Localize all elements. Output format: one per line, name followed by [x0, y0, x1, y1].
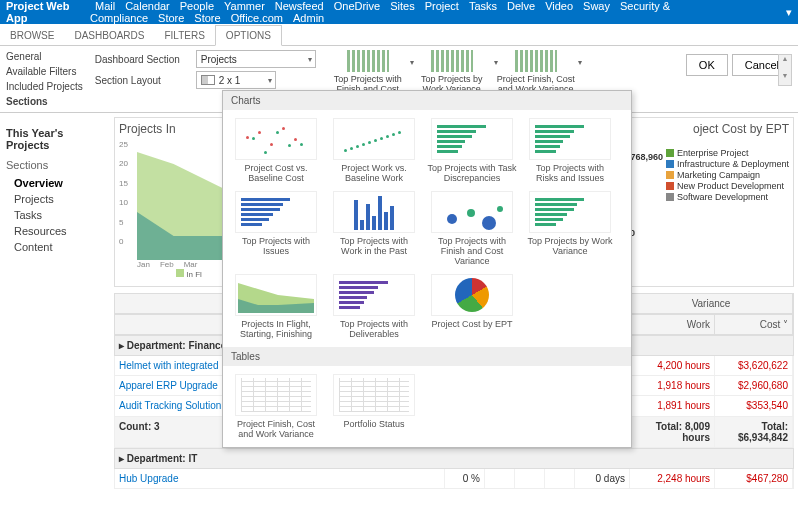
project-link[interactable]: Apparel ERP Upgrade — [119, 380, 218, 391]
picker-chart-option[interactable]: Projects In Flight, Starting, Finishing — [229, 272, 323, 341]
picker-chart-option[interactable]: Top Projects with Risks and Issues — [523, 116, 617, 185]
legend-item: Infrastructure & Deployment — [666, 159, 789, 169]
suite-nav: Project Web App MailCalendarPeopleYammer… — [0, 0, 798, 24]
picker-chart-option[interactable]: Top Projects by Work Variance — [523, 189, 617, 268]
nav-sites[interactable]: Sites — [390, 0, 414, 12]
sidebar-item-content[interactable]: Content — [6, 239, 104, 255]
dropdown-caret-icon[interactable]: ▾ — [786, 6, 792, 19]
nav-delve[interactable]: Delve — [507, 0, 535, 12]
picker-chart-option[interactable]: Project Cost vs. Baseline Cost — [229, 116, 323, 185]
ribbon-tab-options[interactable]: OPTIONS — [215, 25, 282, 46]
dashboard-section-label: Dashboard Section — [95, 54, 190, 65]
ribbon-chart-button[interactable]: Top Projects by Work Variance — [412, 50, 492, 94]
section-layout-label: Section Layout — [95, 75, 190, 86]
col-work[interactable]: Work — [630, 315, 715, 334]
ribbon-scroll[interactable] — [778, 54, 792, 86]
nav-store[interactable]: Store — [194, 12, 220, 24]
chart-picker-dropdown: Charts Project Cost vs. Baseline CostPro… — [222, 90, 632, 448]
legend-item: Enterprise Project — [666, 148, 789, 158]
legend-item: New Product Development — [666, 181, 789, 191]
sidebar-item-tasks[interactable]: Tasks — [6, 207, 104, 223]
ok-button[interactable]: OK — [686, 54, 728, 76]
nav-video[interactable]: Video — [545, 0, 573, 12]
nav-office-com[interactable]: Office.com — [231, 12, 283, 24]
ribbon-tab-filters[interactable]: FILTERS — [154, 26, 214, 45]
ribbon-link-sections[interactable]: Sections — [6, 95, 83, 108]
sidebar-item-resources[interactable]: Resources — [6, 223, 104, 239]
nav-tasks[interactable]: Tasks — [469, 0, 497, 12]
nav-project[interactable]: Project — [425, 0, 459, 12]
picker-chart-option[interactable]: Top Projects with Deliverables — [327, 272, 421, 341]
sidebar-heading: This Year's Projects — [6, 127, 104, 151]
nav-newsfeed[interactable]: Newsfeed — [275, 0, 324, 12]
picker-chart-option[interactable]: Top Projects with Task Discrepancies — [425, 116, 519, 185]
picker-table-option[interactable]: Portfolio Status — [327, 372, 421, 441]
legend-item: Software Development — [666, 192, 789, 202]
col-cost[interactable]: Cost ˅ — [715, 315, 793, 334]
picker-chart-option[interactable]: Top Projects with Work in the Past — [327, 189, 421, 268]
nav-store[interactable]: Store — [158, 12, 184, 24]
ribbon-tab-browse[interactable]: BROWSE — [0, 26, 64, 45]
nav-people[interactable]: People — [180, 0, 214, 12]
ribbon-link-available-filters[interactable]: Available Filters — [6, 65, 83, 78]
table-group-header[interactable]: ▸ Department: IT — [114, 448, 794, 469]
section-layout-select[interactable]: 2 x 1 — [196, 71, 276, 89]
sidebar-item-projects[interactable]: Projects — [6, 191, 104, 207]
picker-chart-option[interactable]: Project Work vs. Baseline Work — [327, 116, 421, 185]
app-name: Project Web App — [6, 0, 80, 24]
project-link[interactable]: Helmet with integrated — [119, 360, 219, 371]
ribbon-tabs: BROWSEDASHBOARDSFILTERSOPTIONS — [0, 24, 798, 46]
nav-yammer[interactable]: Yammer — [224, 0, 265, 12]
picker-section-charts: Charts — [223, 91, 631, 110]
nav-calendar[interactable]: Calendar — [125, 0, 170, 12]
ribbon-chart-button[interactable]: Top Projects with Finish and Cost — [328, 50, 408, 94]
nav-sway[interactable]: Sway — [583, 0, 610, 12]
project-link[interactable]: Audit Tracking Solution — [119, 400, 221, 411]
picker-chart-option[interactable]: Project Cost by EPT — [425, 272, 519, 341]
ribbon-chart-button[interactable]: Project Finish, Cost and Work Variance — [496, 50, 576, 94]
project-link[interactable]: Hub Upgrade — [119, 473, 178, 484]
ribbon-link-general[interactable]: General — [6, 50, 83, 63]
picker-section-tables: Tables — [223, 347, 631, 366]
nav-mail[interactable]: Mail — [95, 0, 115, 12]
ribbon-link-included-projects[interactable]: Included Projects — [6, 80, 83, 93]
dashboard-section-select[interactable]: Projects — [196, 50, 316, 68]
sidebar-item-overview[interactable]: Overview — [6, 175, 104, 191]
legend-item: Marketing Campaign — [666, 170, 789, 180]
nav-onedrive[interactable]: OneDrive — [334, 0, 380, 12]
picker-table-option[interactable]: Project Finish, Cost and Work Variance — [229, 372, 323, 441]
table-row[interactable]: Hub Upgrade 0 % 0 days 2,248 hours $467,… — [114, 469, 794, 489]
ribbon-tab-dashboards[interactable]: DASHBOARDS — [64, 26, 154, 45]
sidebar: This Year's Projects Sections OverviewPr… — [0, 113, 110, 524]
nav-admin[interactable]: Admin — [293, 12, 324, 24]
picker-chart-option[interactable]: Top Projects with Issues — [229, 189, 323, 268]
picker-chart-option[interactable]: Top Projects with Finish and Cost Varian… — [425, 189, 519, 268]
sidebar-group: Sections — [6, 159, 104, 171]
